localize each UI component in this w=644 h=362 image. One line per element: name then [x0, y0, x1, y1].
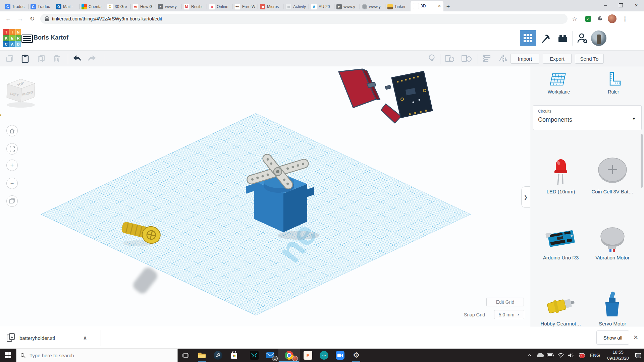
lego-export-button[interactable]: [555, 30, 571, 46]
window-maximize-button[interactable]: [613, 0, 629, 11]
duplicate-icon[interactable]: [36, 54, 46, 63]
browser-tab[interactable]: Free W: [232, 2, 258, 11]
mail-button[interactable]: 1: [262, 349, 278, 362]
blocks-view-button[interactable]: [520, 30, 536, 46]
component-servo-motor[interactable]: Servo Motor: [587, 276, 638, 326]
dropbox-icon[interactable]: 1: [578, 351, 586, 359]
workplane-tool[interactable]: Workplane: [535, 71, 582, 99]
paste-icon[interactable]: [20, 54, 30, 63]
window-minimize-button[interactable]: ─: [598, 0, 613, 11]
predator-sense-button[interactable]: [246, 349, 262, 362]
yellow-screw-3d[interactable]: [120, 220, 162, 246]
red-battery-holder-3d[interactable]: [339, 69, 380, 108]
browser-tab[interactable]: Online: [207, 2, 232, 11]
action-center-icon[interactable]: 3: [634, 351, 642, 359]
bookmark-star-icon[interactable]: ☆: [570, 14, 579, 23]
import-button[interactable]: Import: [511, 54, 539, 64]
browser-tab[interactable]: Micros: [258, 2, 283, 11]
fusion360-button[interactable]: F: [300, 349, 316, 362]
arduino-ide-button[interactable]: ∞: [316, 349, 332, 362]
panel-scrollbar[interactable]: [641, 134, 643, 188]
component-vibration-motor[interactable]: Vibration Motor: [587, 210, 638, 260]
battery-icon[interactable]: [546, 351, 554, 359]
tinkercad-logo[interactable]: T I N K E R C A D: [3, 29, 21, 47]
undo-icon[interactable]: [72, 54, 82, 63]
design-title[interactable]: Boris Kartof: [34, 34, 68, 41]
volume-icon[interactable]: [567, 351, 575, 359]
component-coin-cell[interactable]: Coin Cell 3V Bat…: [587, 144, 638, 194]
minecraft-export-button[interactable]: [537, 30, 553, 46]
redo-icon[interactable]: [87, 54, 97, 63]
browser-tab[interactable]: 30 Gre: [105, 2, 130, 11]
browser-tab[interactable]: AU 20: [309, 2, 334, 11]
home-view-button[interactable]: [6, 125, 18, 136]
search-input[interactable]: [29, 352, 158, 359]
download-expand-icon[interactable]: ∧: [83, 335, 87, 341]
mirror-icon[interactable]: [498, 54, 508, 63]
perspective-toggle-button[interactable]: [6, 195, 18, 207]
export-button[interactable]: Export: [543, 54, 572, 64]
view-cube[interactable]: TOP LEFT FRONT: [7, 79, 35, 108]
edit-grid-button[interactable]: Edit Grid: [486, 298, 524, 306]
delete-icon[interactable]: [52, 54, 62, 63]
tray-chevron-icon[interactable]: [526, 351, 534, 359]
browser-tab[interactable]: How G: [130, 2, 156, 11]
zoom-button[interactable]: [332, 349, 348, 362]
window-close-button[interactable]: ✕: [629, 0, 644, 11]
shape-category-dropdown[interactable]: Circuits Components ▼: [533, 105, 642, 130]
fit-view-button[interactable]: [6, 143, 18, 155]
show-all-downloads-button[interactable]: Show all: [596, 330, 629, 345]
send-to-button[interactable]: Send To: [575, 54, 604, 64]
zoom-out-button[interactable]: −: [6, 178, 18, 189]
browser-menu-icon[interactable]: ⋮: [621, 14, 629, 23]
zoom-in-button[interactable]: +: [6, 160, 18, 171]
refresh-icon[interactable]: ↻: [28, 14, 37, 23]
browser-tab[interactable]: www.y: [156, 2, 181, 11]
taskbar-search[interactable]: [16, 349, 178, 362]
browser-tab-active[interactable]: 3D ✕: [411, 1, 443, 11]
wifi-icon[interactable]: [557, 351, 565, 359]
new-tab-button[interactable]: +: [443, 2, 453, 11]
panel-collapse-button[interactable]: ❯: [521, 186, 530, 208]
ruler-tool[interactable]: Ruler: [590, 71, 637, 99]
extension-check-icon[interactable]: ✓: [584, 14, 592, 23]
design-canvas[interactable]: ne TOP LEFT FRONT: [0, 66, 530, 327]
group-icon[interactable]: [445, 54, 455, 63]
copy-icon[interactable]: [5, 54, 15, 63]
user-avatar[interactable]: [591, 31, 606, 46]
file-explorer-button[interactable]: [194, 349, 210, 362]
browser-tab[interactable]: www.y: [360, 2, 385, 11]
browser-tab[interactable]: Recibi: [181, 2, 207, 11]
browser-tab[interactable]: www.y: [334, 2, 360, 11]
onedrive-icon[interactable]: [536, 351, 544, 359]
browser-tab[interactable]: Cuenta: [79, 2, 105, 11]
settings-button[interactable]: ⚙: [348, 349, 364, 362]
taskbar-clock[interactable]: 18:5509/10/2020: [604, 349, 632, 361]
forward-icon[interactable]: →: [15, 14, 25, 23]
component-arduino[interactable]: Arduino Uno R3: [536, 210, 586, 260]
back-icon[interactable]: ←: [3, 14, 13, 23]
microsoft-store-button[interactable]: [226, 349, 242, 362]
component-led[interactable]: LED (10mm): [536, 144, 586, 194]
share-invite-button[interactable]: [574, 30, 590, 46]
servo-motor-3d[interactable]: [241, 142, 319, 240]
url-bar[interactable]: tinkercad.com/things/4V2zArSWy9m-boris-k…: [40, 14, 568, 24]
show-hide-icon[interactable]: [427, 54, 437, 63]
browser-tab[interactable]: Activity: [283, 2, 309, 11]
profile-avatar[interactable]: [608, 14, 616, 23]
tab-close-icon[interactable]: ✕: [438, 4, 441, 8]
download-item[interactable]: batteryholder.stl ∧: [7, 331, 87, 345]
browser-tab[interactable]: Mail -: [54, 2, 79, 11]
browser-tab[interactable]: Tinker: [385, 2, 411, 11]
steam-button[interactable]: [210, 349, 226, 362]
language-indicator[interactable]: ENG: [588, 353, 602, 358]
design-menu-icon[interactable]: [21, 35, 33, 43]
snap-grid-select[interactable]: 5.0 mm▲: [494, 310, 524, 319]
align-icon[interactable]: [482, 54, 492, 63]
download-bar-close-icon[interactable]: ✕: [633, 334, 638, 341]
extensions-puzzle-icon[interactable]: [596, 14, 604, 23]
task-view-button[interactable]: [178, 349, 194, 362]
component-hobby-gearmotor[interactable]: Hobby Gearmot…: [536, 276, 586, 326]
browser-tab[interactable]: Traduc: [3, 2, 28, 11]
browser-tab[interactable]: Traduc: [28, 2, 54, 11]
